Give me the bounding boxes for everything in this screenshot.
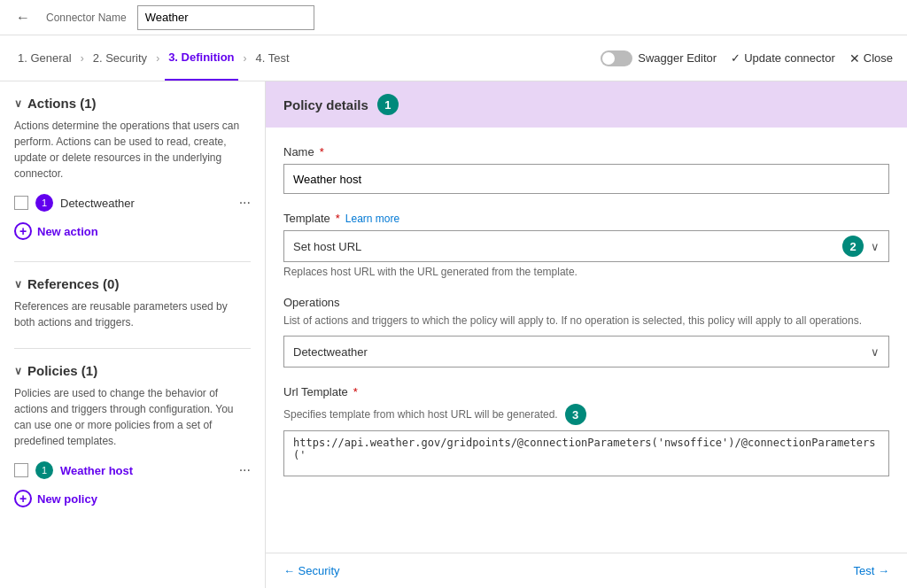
actions-title: Actions (1): [27, 96, 97, 111]
actions-section: ∨ Actions (1) Actions determine the oper…: [14, 96, 251, 244]
operations-group: Operations List of actions and triggers …: [283, 296, 889, 368]
policy-more-icon[interactable]: ···: [239, 462, 251, 478]
actions-section-header[interactable]: ∨ Actions (1): [14, 96, 251, 111]
policies-section: ∨ Policies (1) Policies are used to chan…: [14, 363, 251, 511]
chevron-icon-3: ›: [244, 52, 247, 65]
operations-desc: List of actions and triggers to which th…: [283, 313, 889, 329]
url-template-group: Url Template * Specifies template from w…: [283, 385, 889, 479]
actions-chevron-icon: ∨: [14, 97, 22, 110]
nav-back-label: ← Security: [283, 564, 340, 577]
operations-select[interactable]: Detectweather ∨: [283, 336, 889, 368]
action-item-detectweather: 1 Detectweather ···: [14, 190, 251, 215]
connector-name-label: Connector Name: [46, 12, 127, 24]
action-badge: 1: [35, 194, 53, 212]
bottom-nav: ← Security Test →: [266, 553, 907, 588]
step-security[interactable]: 2. Security: [89, 51, 151, 65]
operations-value: Detectweather: [293, 345, 368, 359]
template-step-circle: 2: [842, 236, 864, 257]
back-button[interactable]: ←: [11, 5, 35, 30]
name-input[interactable]: [283, 164, 889, 194]
policy-step-circle: 1: [377, 94, 399, 115]
nav-forward-button[interactable]: Test →: [854, 564, 889, 577]
policy-header-title: Policy details: [283, 97, 368, 112]
wizard-actions: Swagger Editor ✓ Update connector ✕ Clos…: [601, 50, 893, 66]
template-group: Template * Learn more Set host URL 2 ∨ R…: [283, 212, 889, 278]
connector-name-input[interactable]: [137, 5, 314, 30]
new-action-button[interactable]: + New action: [14, 219, 251, 244]
name-label: Name *: [283, 145, 889, 159]
name-group: Name *: [283, 145, 889, 194]
name-required: *: [320, 145, 324, 159]
main-content: ∨ Actions (1) Actions determine the oper…: [0, 81, 907, 588]
check-icon: ✓: [731, 51, 740, 65]
operations-chevron-icon: ∨: [871, 345, 880, 359]
chevron-icon-2: ›: [156, 52, 159, 65]
references-description: References are reusable parameters used …: [14, 298, 251, 330]
template-value: Set host URL: [293, 240, 361, 253]
policies-title: Policies (1): [27, 363, 97, 378]
nav-back-button[interactable]: ← Security: [283, 564, 340, 577]
new-policy-button[interactable]: + New policy: [14, 486, 251, 511]
right-panel: Policy details 1 Name * Template * Learn…: [266, 81, 907, 588]
policy-details-header: Policy details 1: [266, 81, 907, 128]
references-section-header[interactable]: ∨ References (0): [14, 276, 251, 291]
step-definition[interactable]: 3. Definition: [165, 35, 237, 81]
template-label: Template * Learn more: [283, 212, 889, 225]
url-template-input[interactable]: https://api.weather.gov/gridpoints/@conn…: [283, 430, 889, 476]
update-label: Update connector: [744, 51, 835, 65]
step-general[interactable]: 1. General: [14, 51, 75, 65]
swagger-label: Swagger Editor: [638, 51, 717, 65]
url-required: *: [353, 385, 358, 398]
new-policy-label: New policy: [37, 492, 97, 506]
step-test[interactable]: 4. Test: [252, 51, 293, 65]
url-template-label: Url Template *: [283, 385, 889, 398]
action-name-detectweather[interactable]: Detectweather: [60, 197, 135, 210]
divider-2: [14, 348, 251, 349]
swagger-toggle-area: Swagger Editor: [601, 50, 717, 66]
toggle-thumb: [602, 52, 615, 65]
policies-section-header[interactable]: ∨ Policies (1): [14, 363, 251, 378]
policy-item-weatherhost: 1 Weather host ···: [14, 458, 251, 483]
plus-icon: +: [14, 222, 32, 240]
back-icon: ←: [16, 10, 30, 26]
new-action-label: New action: [37, 225, 98, 238]
divider-1: [14, 261, 251, 262]
actions-description: Actions determine the operations that us…: [14, 118, 251, 182]
close-label: Close: [864, 51, 893, 65]
policy-badge: 1: [35, 461, 53, 479]
form-area: Name * Template * Learn more Set host UR…: [266, 128, 907, 553]
template-hint: Replaces host URL with the URL generated…: [283, 266, 889, 278]
header: ← Connector Name: [0, 0, 907, 35]
template-select[interactable]: Set host URL 2 ∨: [283, 230, 889, 262]
url-template-desc: Specifies template from which host URL w…: [283, 408, 558, 421]
policies-description: Policies are used to change the behavior…: [14, 385, 251, 449]
nav-forward-label: Test →: [854, 564, 889, 577]
policy-name-weatherhost[interactable]: Weather host: [60, 464, 133, 477]
references-section: ∨ References (0) References are reusable…: [14, 276, 251, 330]
close-button[interactable]: ✕ Close: [849, 51, 893, 66]
policies-chevron-icon: ∨: [14, 365, 22, 377]
action-checkbox[interactable]: [14, 196, 28, 210]
url-step-circle: 3: [565, 404, 586, 425]
learn-more-link[interactable]: Learn more: [345, 213, 399, 225]
update-connector-button[interactable]: ✓ Update connector: [731, 51, 835, 65]
references-title: References (0): [27, 276, 119, 291]
chevron-icon-1: ›: [81, 52, 84, 65]
policy-checkbox[interactable]: [14, 463, 28, 477]
wizard-nav: 1. General › 2. Security › 3. Definition…: [0, 35, 907, 81]
new-policy-plus-icon: +: [14, 490, 32, 507]
sidebar: ∨ Actions (1) Actions determine the oper…: [0, 81, 266, 588]
operations-label: Operations: [283, 296, 889, 309]
swagger-toggle[interactable]: [601, 50, 632, 66]
close-icon: ✕: [849, 51, 860, 66]
template-chevron-icon: ∨: [871, 240, 880, 253]
template-required: *: [336, 212, 340, 225]
action-more-icon[interactable]: ···: [239, 195, 251, 211]
references-chevron-icon: ∨: [14, 278, 22, 290]
